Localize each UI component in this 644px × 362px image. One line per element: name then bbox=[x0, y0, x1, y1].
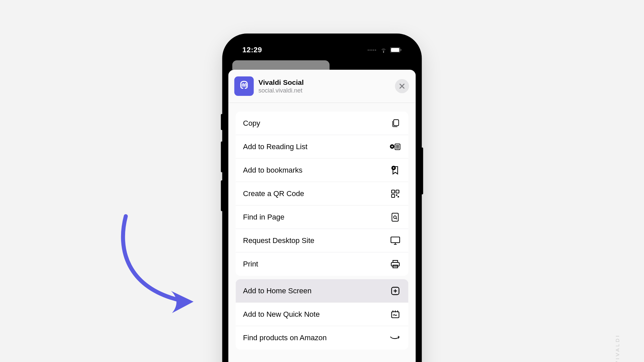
status-time: 12:29 bbox=[243, 46, 262, 54]
action-label: Find products on Amazon bbox=[243, 334, 327, 342]
reading-list-icon bbox=[390, 142, 401, 151]
action-group-1: Copy Add to Reading List Add to bookmark… bbox=[236, 112, 409, 276]
bookmarks-row[interactable]: Add to bookmarks bbox=[236, 159, 409, 182]
quick-note-row[interactable]: Add to New Quick Note bbox=[236, 303, 409, 326]
phone-screen: 12:29 ••••• Vivaldi Social social.vivald… bbox=[228, 40, 416, 362]
phone-frame: 12:29 ••••• Vivaldi Social social.vivald… bbox=[222, 34, 422, 362]
watermark-text: VIVALDI bbox=[614, 334, 620, 362]
svg-rect-18 bbox=[391, 237, 400, 243]
sheet-subtitle: social.vivaldi.net bbox=[259, 87, 390, 94]
action-label: Add to bookmarks bbox=[243, 166, 303, 175]
watermark: VIVALDI bbox=[614, 334, 621, 362]
find-in-page-row[interactable]: Find in Page bbox=[236, 205, 409, 229]
svg-rect-15 bbox=[392, 213, 398, 221]
print-row[interactable]: Print bbox=[236, 252, 409, 276]
close-button[interactable] bbox=[395, 79, 409, 93]
svg-rect-3 bbox=[393, 120, 398, 126]
close-icon bbox=[399, 83, 405, 89]
action-label: Copy bbox=[243, 119, 260, 128]
phone-side-button bbox=[421, 147, 423, 194]
sheet-body: Copy Add to Reading List Add to bookmark… bbox=[228, 103, 416, 350]
qr-icon bbox=[390, 189, 401, 198]
svg-rect-12 bbox=[392, 194, 395, 197]
qr-code-row[interactable]: Create a QR Code bbox=[236, 182, 409, 205]
wifi-icon bbox=[380, 47, 388, 53]
svg-rect-2 bbox=[400, 49, 401, 51]
svg-rect-13 bbox=[396, 194, 397, 196]
phone-side-button bbox=[221, 141, 223, 172]
action-label: Print bbox=[243, 260, 258, 268]
amazon-row[interactable]: Find products on Amazon bbox=[236, 326, 409, 350]
cellular-dots-icon: ••••• bbox=[368, 48, 377, 52]
svg-rect-27 bbox=[392, 312, 399, 318]
share-sheet: Vivaldi Social social.vivaldi.net Copy bbox=[228, 70, 416, 362]
quick-note-icon bbox=[390, 310, 401, 319]
action-label: Create a QR Code bbox=[243, 189, 304, 198]
phone-side-button bbox=[221, 114, 223, 130]
action-label: Request Desktop Site bbox=[243, 236, 315, 245]
status-bar: 12:29 ••••• bbox=[228, 40, 416, 60]
arrow-annotation bbox=[116, 211, 203, 315]
find-icon bbox=[390, 212, 401, 222]
print-icon bbox=[390, 259, 401, 269]
add-to-home-screen-row[interactable]: Add to Home Screen bbox=[236, 279, 409, 303]
reading-list-row[interactable]: Add to Reading List bbox=[236, 135, 409, 159]
desktop-icon bbox=[390, 236, 401, 245]
action-group-2: Add to Home Screen Add to New Quick Note… bbox=[236, 279, 409, 350]
sheet-title: Vivaldi Social bbox=[259, 78, 390, 86]
svg-rect-14 bbox=[398, 196, 399, 197]
action-label: Add to Home Screen bbox=[243, 287, 312, 295]
action-label: Find in Page bbox=[243, 213, 285, 222]
background-tab bbox=[232, 60, 330, 70]
phone-side-button bbox=[221, 180, 223, 211]
svg-rect-22 bbox=[391, 262, 399, 266]
action-label: Add to Reading List bbox=[243, 142, 308, 151]
tab-preview-bar bbox=[228, 60, 416, 70]
battery-icon bbox=[390, 47, 402, 53]
svg-rect-11 bbox=[396, 190, 399, 193]
svg-line-17 bbox=[396, 218, 397, 219]
svg-rect-1 bbox=[391, 48, 399, 52]
plus-square-icon bbox=[390, 286, 401, 296]
sheet-header: Vivaldi Social social.vivaldi.net bbox=[228, 70, 416, 103]
svg-rect-10 bbox=[392, 190, 395, 193]
status-icons: ••••• bbox=[368, 47, 402, 53]
copy-row[interactable]: Copy bbox=[236, 112, 409, 135]
desktop-site-row[interactable]: Request Desktop Site bbox=[236, 229, 409, 252]
svg-point-16 bbox=[394, 216, 396, 219]
sheet-title-block: Vivaldi Social social.vivaldi.net bbox=[259, 78, 390, 94]
action-label: Add to New Quick Note bbox=[243, 310, 320, 319]
copy-icon bbox=[390, 119, 401, 128]
site-icon bbox=[234, 76, 254, 96]
bookmark-icon bbox=[390, 165, 401, 175]
amazon-icon bbox=[390, 335, 401, 341]
mastodon-icon bbox=[238, 80, 251, 93]
